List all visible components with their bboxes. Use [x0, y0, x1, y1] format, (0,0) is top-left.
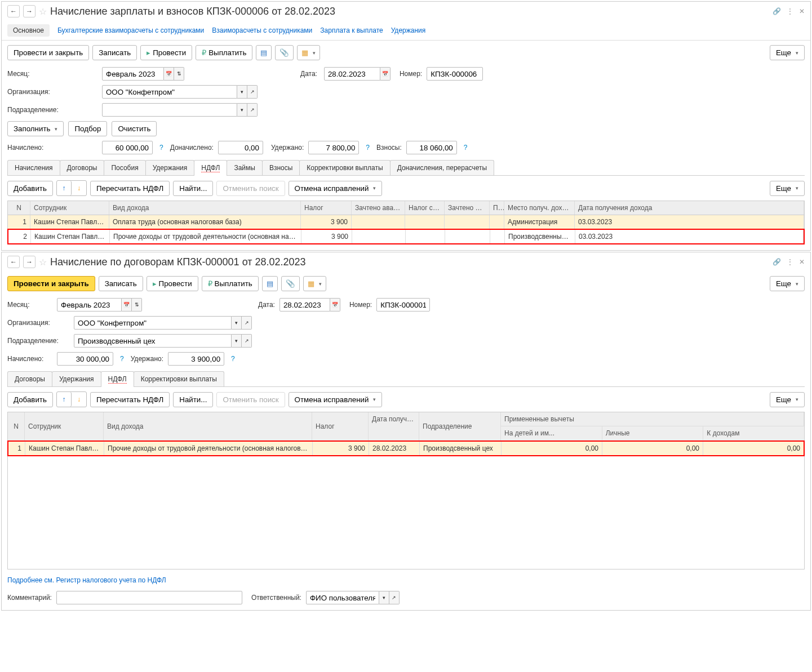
move-up-button[interactable]: ↑: [57, 181, 72, 195]
col2-kids[interactable]: На детей и им...: [501, 426, 602, 440]
add-button[interactable]: Добавить: [7, 181, 53, 196]
more-button-2[interactable]: Еще: [770, 276, 805, 291]
col-tax[interactable]: Налог: [301, 201, 352, 215]
resp-input[interactable]: [306, 591, 379, 604]
post-close-button[interactable]: Провести и закрыть: [7, 45, 89, 60]
calendar-icon-4[interactable]: 📅: [330, 298, 340, 311]
pay-button[interactable]: ₽Выплатить: [196, 45, 252, 60]
col-taxp[interactable]: Налог с пр...: [405, 201, 445, 215]
tab-recalc[interactable]: Доначисления, перерасчеты: [390, 160, 494, 175]
col-n[interactable]: N: [8, 201, 30, 215]
calendar-icon[interactable]: 📅: [164, 67, 174, 81]
table-row[interactable]: 2 Кашин Степан Павлович Прочие доходы от…: [7, 229, 805, 244]
col-adv2[interactable]: Зачтено аван...: [445, 201, 490, 215]
recalc-button[interactable]: Пересчитать НДФЛ: [90, 181, 170, 196]
date-input-2[interactable]: [279, 298, 330, 311]
select-button[interactable]: Подбор: [68, 121, 107, 136]
move-down-button-2[interactable]: ↓: [72, 392, 86, 407]
dropdown-icon-2[interactable]: ▾: [237, 103, 247, 117]
tab-link2[interactable]: Взаиморасчеты с сотрудниками: [212, 26, 312, 34]
favorite-icon[interactable]: ☆: [39, 6, 47, 17]
open-icon-3[interactable]: ↗: [242, 316, 252, 330]
sub-more-button-2[interactable]: Еще: [770, 392, 805, 407]
move-up-button-2[interactable]: ↑: [57, 392, 72, 407]
col2-pers[interactable]: Личные: [602, 426, 704, 440]
table-row-2[interactable]: 1 Кашин Степан Павлович Прочие доходы от…: [7, 440, 805, 456]
spinner-icon-2[interactable]: ⇅: [132, 298, 142, 311]
close-icon-2[interactable]: ✕: [799, 258, 805, 266]
col-p[interactable]: П...: [490, 201, 504, 215]
tab-link3[interactable]: Зарплата к выплате: [320, 26, 383, 34]
date-input[interactable]: [324, 67, 380, 81]
attach-button-2[interactable]: 📎: [281, 276, 300, 291]
dropdown-icon-3[interactable]: ▾: [232, 316, 242, 330]
clear-button[interactable]: Очистить: [112, 121, 157, 136]
back-button-2[interactable]: ←: [7, 256, 20, 268]
find-button[interactable]: Найти...: [173, 181, 213, 196]
post-button-2[interactable]: ▸Провести: [147, 276, 198, 291]
link-icon[interactable]: 🔗: [773, 7, 781, 15]
tab-corrections[interactable]: Корректировки выплаты: [299, 160, 390, 175]
help-icon-1[interactable]: ?: [159, 144, 163, 152]
tab-benefits[interactable]: Пособия: [104, 160, 145, 175]
folder-dropdown-button-2[interactable]: ▦: [303, 276, 326, 291]
favorite-icon-2[interactable]: ☆: [39, 257, 47, 268]
col2-tax[interactable]: Налог: [312, 412, 369, 440]
org-input-2[interactable]: [74, 316, 232, 330]
folder-dropdown-button[interactable]: ▦: [297, 45, 320, 60]
dropdown-icon[interactable]: ▾: [237, 85, 247, 99]
table-row[interactable]: 1 Кашин Степан Павлович Оплата труда (ос…: [8, 215, 804, 229]
col2-inc[interactable]: К доходам: [703, 426, 804, 440]
open-icon-2[interactable]: ↗: [247, 103, 258, 117]
post-close-button-2[interactable]: Провести и закрыть: [7, 276, 95, 291]
col2-n[interactable]: N: [8, 412, 25, 440]
calendar-icon-2[interactable]: 📅: [380, 67, 391, 81]
tab-link4[interactable]: Удержания: [391, 26, 426, 34]
help-icon-5[interactable]: ?: [231, 355, 235, 363]
col2-income[interactable]: Вид дохода: [104, 412, 312, 440]
save-button[interactable]: Записать: [92, 45, 137, 60]
tab-main[interactable]: Основное: [7, 24, 50, 37]
month-input[interactable]: [102, 67, 164, 81]
spinner-icon[interactable]: ⇅: [174, 67, 184, 81]
more-button[interactable]: Еще: [770, 45, 805, 60]
col-income[interactable]: Вид дохода: [109, 201, 301, 215]
col2-date[interactable]: Дата получения ...: [369, 412, 419, 440]
undo-fix-button-2[interactable]: Отмена исправлений: [289, 392, 383, 407]
tab-contracts[interactable]: Договоры: [60, 160, 105, 175]
open-icon[interactable]: ↗: [247, 85, 258, 99]
dropdown-icon-5[interactable]: ▾: [379, 591, 389, 604]
tab2-ndfl[interactable]: НДФЛ: [101, 371, 134, 386]
tab-link1[interactable]: Бухгалтерские взаиморасчеты с сотрудника…: [57, 26, 204, 34]
number-input-2[interactable]: [376, 298, 430, 311]
month-input-2[interactable]: [57, 298, 122, 311]
accrued-input[interactable]: [102, 141, 153, 154]
open-icon-5[interactable]: ↗: [389, 591, 400, 604]
col2-emp[interactable]: Сотрудник: [25, 412, 104, 440]
help-icon-4[interactable]: ?: [120, 355, 124, 363]
org-input[interactable]: [102, 85, 237, 99]
add-button-2[interactable]: Добавить: [7, 392, 53, 407]
tab-accruals[interactable]: Начисления: [7, 160, 60, 175]
post-button[interactable]: ▸Провести: [140, 45, 192, 60]
forward-button-2[interactable]: →: [23, 256, 36, 268]
col-place[interactable]: Место получ. дохода: [504, 201, 575, 215]
dept-input[interactable]: [102, 103, 237, 117]
col2-dept[interactable]: Подразделение: [419, 412, 501, 440]
withheld-input-2[interactable]: [168, 352, 224, 366]
open-icon-4[interactable]: ↗: [242, 334, 252, 348]
tab2-corrections[interactable]: Корректировки выплаты: [134, 371, 224, 386]
comment-input[interactable]: [56, 591, 242, 604]
col-date[interactable]: Дата получения дохода: [575, 201, 804, 215]
tab-loans[interactable]: Займы: [227, 160, 263, 175]
accrued-input-2[interactable]: [57, 352, 113, 366]
contrib-input[interactable]: [406, 141, 457, 154]
col-adv[interactable]: Зачтено авансов: [352, 201, 405, 215]
pay-button-2[interactable]: ₽Выплатить: [202, 276, 259, 291]
link-icon-2[interactable]: 🔗: [773, 258, 781, 266]
accrued-extra-input[interactable]: [218, 141, 263, 154]
tab2-contracts[interactable]: Договоры: [7, 371, 52, 386]
col-emp[interactable]: Сотрудник: [30, 201, 109, 215]
document-icon-button[interactable]: ▤: [256, 45, 272, 60]
calendar-icon-3[interactable]: 📅: [122, 298, 132, 311]
